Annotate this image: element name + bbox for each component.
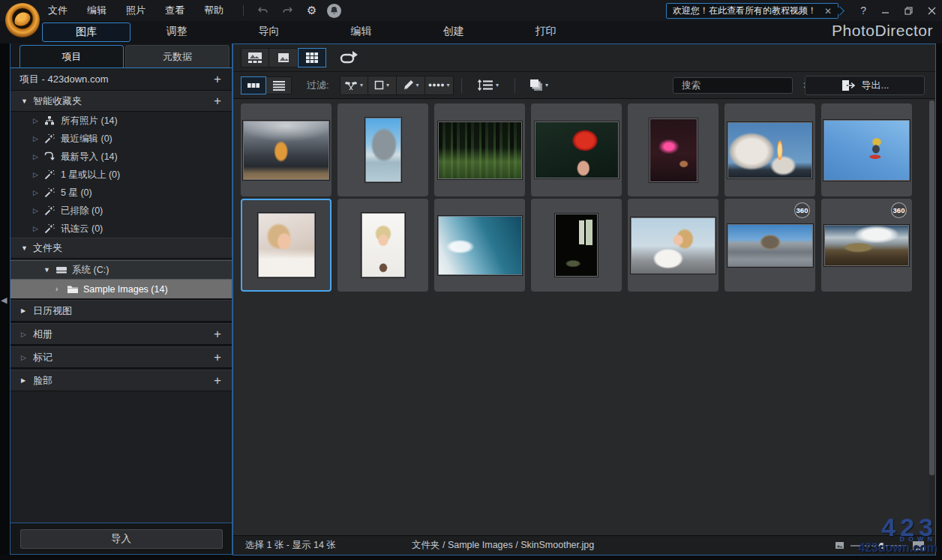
module-tab-5[interactable]: 创建 [407,22,500,42]
section-albums[interactable]: ▷ 相册 + [10,323,232,345]
caret-right-hollow-icon[interactable]: ▷ [21,331,33,338]
section-faces[interactable]: ▶ 脸部 + [10,370,232,391]
minimize-button[interactable] [881,7,890,14]
smart-item-5[interactable]: ▷5 星 (0) [10,184,232,202]
thumbnail-view-button[interactable] [241,76,266,94]
smart-item-4[interactable]: ▷1 星或以上 (0) [10,166,232,184]
view-mode-group [241,48,326,67]
export-button[interactable]: 导出... [805,76,925,95]
notification-bell-icon[interactable] [327,4,341,18]
add-project-button[interactable]: + [211,73,224,85]
help-button[interactable]: ? [860,4,866,16]
menu-item-2[interactable]: 编辑 [87,4,106,17]
photo-card-karst-rock-boat[interactable] [338,103,428,196]
module-tab-1[interactable]: 图库 [42,22,130,42]
photo-card-woman-leaning-outdoors[interactable] [628,199,718,292]
toolbar-divider [514,78,515,93]
stack-photos-button[interactable]: ▾ [523,76,556,95]
caret-right-icon[interactable]: › [56,285,67,293]
caret-down-icon[interactable]: ▼ [21,244,33,252]
menu-item-5[interactable]: 帮助 [204,4,224,17]
module-tab-3[interactable]: 导向 [223,22,315,42]
sort-order-button[interactable]: ▾ [470,76,507,95]
section-tags[interactable]: ▷ 标记 + [10,346,232,368]
section-smart-collections[interactable]: ▼ 智能收藏夹 + [10,91,232,112]
expand-caret-icon[interactable]: ▷ [33,225,44,232]
smart-item-3[interactable]: ▷最新导入 (14) [10,148,232,166]
search-input[interactable] [682,80,802,91]
browser-viewer-mode-button[interactable] [241,48,269,67]
viewer-mode-button[interactable] [269,48,298,67]
expand-caret-icon[interactable]: ▷ [33,117,44,124]
welcome-close-icon[interactable]: ✕ [824,6,832,16]
caret-right-hollow-icon[interactable]: ▷ [21,354,33,361]
section-calendar-view[interactable]: ▶ 日历视图 [10,300,232,322]
import-button[interactable]: 导入 [20,529,223,549]
menu-divider [243,5,244,16]
folder-label: Sample Images (14) [83,284,232,295]
folder-sample-images-selected[interactable]: › Sample Images (14) [10,280,232,298]
scrollbar-thumb[interactable] [929,100,934,475]
dropdown-arrow-icon: ▾ [386,82,389,88]
expand-caret-icon[interactable]: ▷ [33,153,44,160]
vertical-scrollbar[interactable] [929,100,934,532]
photo-card-woman-portrait-smiling[interactable] [241,199,332,292]
smart-item-7[interactable]: ▷讯连云 (0) [10,220,232,238]
current-photo-path: 文件夹 / Sample Images / SkinSmoother.jpg [412,539,594,552]
smart-item-2[interactable]: ▷最近编辑 (0) [10,130,232,148]
expand-caret-icon[interactable]: ▷ [33,135,44,142]
expand-caret-icon[interactable]: ▷ [33,207,44,214]
photo-card-basketball-dunk[interactable] [241,103,332,196]
add-tag-button[interactable]: + [211,352,224,364]
rating-filter-button[interactable]: ▾ [368,76,397,95]
photo-card-dark-window-light[interactable] [531,199,622,292]
folder-drive-c[interactable]: ▼ 系统 (C:) [10,260,232,280]
menu-item-4[interactable]: 查看 [165,4,184,17]
collapse-sidebar-icon[interactable]: ◀ [1,295,7,305]
thumbnail-size-slider[interactable] [850,545,906,547]
add-face-button[interactable]: + [211,375,224,387]
settings-gear-icon[interactable]: ⚙ [307,4,316,17]
smart-item-6[interactable]: ▷已排除 (0) [10,202,232,220]
edited-filter-button[interactable]: ▾ [397,76,425,95]
flag-filter-button[interactable]: ▾ [340,76,368,95]
photo-card-panorama-street-360[interactable]: 360 [724,199,815,292]
expand-caret-icon[interactable]: ▷ [33,189,44,196]
slider-thumb[interactable] [879,543,885,549]
caret-right-icon[interactable]: ▶ [21,377,33,384]
welcome-tooltip[interactable]: 欢迎您！在此查看所有的教程视频！ ✕ [666,3,838,19]
caret-down-icon[interactable]: ▼ [21,97,33,105]
section-folders[interactable]: ▼ 文件夹 [10,238,232,259]
color-label-filter-button[interactable]: ▾ [425,76,454,95]
caret-right-icon[interactable]: ▶ [21,307,33,314]
photo-card-red-maple-leaf[interactable] [531,103,622,196]
project-header-row: 项目 - 423down.com + [10,68,232,91]
photo-card-skateboarder-sky[interactable] [821,103,912,196]
grid-mode-button[interactable] [298,48,326,67]
tab-metadata[interactable]: 元数据 [125,45,230,67]
add-smart-collection-button[interactable]: + [211,95,224,107]
photo-card-forest-trees[interactable] [434,103,525,196]
photo-card-rocket-launch[interactable] [724,103,815,196]
menu-item-3[interactable]: 照片 [126,4,146,17]
list-view-button[interactable] [266,76,292,94]
restore-button[interactable] [904,7,913,15]
expand-caret-icon[interactable]: ▷ [33,171,44,178]
photo-card-woman-portrait-laughing[interactable] [338,199,428,292]
module-tab-4[interactable]: 编辑 [315,22,407,42]
close-button[interactable] [928,7,936,15]
rotate-photo-button[interactable] [337,48,362,67]
tab-project[interactable]: 项目 [20,45,124,67]
menu-item-1[interactable]: 文件 [48,4,68,17]
module-tab-2[interactable]: 调整 [130,22,223,42]
undo-icon[interactable] [257,6,268,16]
dropdown-arrow-icon: ▾ [545,82,548,88]
smart-item-1[interactable]: ▷所有照片 (14) [10,112,232,130]
photo-card-ocean-wave[interactable] [434,199,525,292]
photo-card-panorama-valley-360[interactable]: 360 [821,199,912,292]
module-tab-6[interactable]: 打印 [500,22,592,42]
add-album-button[interactable]: + [211,328,224,340]
redo-icon[interactable] [282,6,293,16]
caret-down-icon[interactable]: ▼ [44,266,56,274]
photo-card-neon-sign-storefront[interactable] [628,103,718,196]
